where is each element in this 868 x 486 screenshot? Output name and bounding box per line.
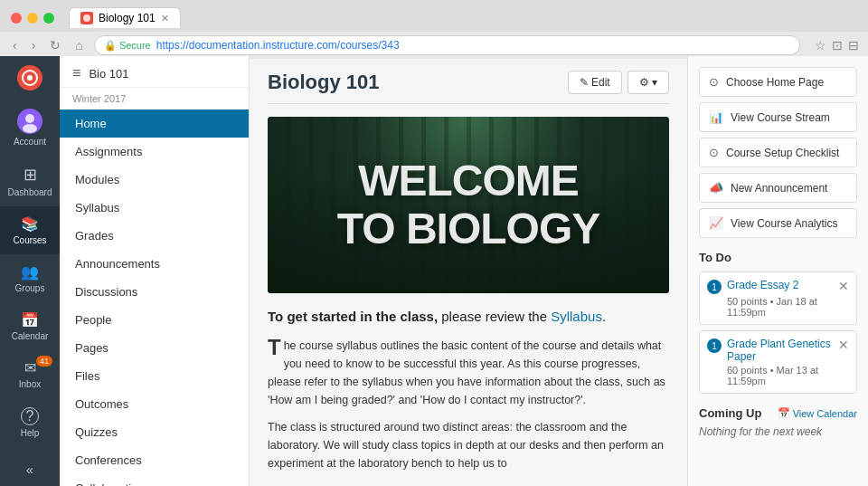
address-bar[interactable]: 🔒 Secure https://documentation.instructu… [94, 35, 800, 55]
inbox-icon: ✉ [24, 359, 36, 376]
course-body-paragraph1: T he course syllabus outlines the basic … [268, 337, 669, 409]
todo-item-plant-genetics: 1 Grade Plant Genetics Paper ✕ 60 points… [699, 330, 857, 394]
security-indicator: 🔒 Secure [104, 40, 151, 52]
home-page-icon: ⊙ [709, 75, 719, 89]
todo-item-title-1[interactable]: Grade Essay 2 [727, 279, 833, 291]
global-nav-help[interactable]: ? Help [0, 398, 60, 447]
sidebar-item-grades-label: Grades [75, 229, 114, 243]
sidebar-item-assignments-label: Assignments [75, 145, 142, 158]
sidebar-item-discussions-label: Discussions [75, 285, 137, 299]
inbox-label: Inbox [19, 379, 41, 389]
content-area: Biology 101 ✎ Edit ⚙ ▾ WELCOME TO BIOLOG… [250, 56, 687, 486]
sidebar-item-syllabus[interactable]: Syllabus [60, 194, 249, 222]
courses-icon: 📚 [21, 215, 39, 233]
courses-label: Courses [13, 235, 46, 245]
course-sidebar-header: ≡ Bio 101 [60, 56, 249, 88]
page-title: Biology 101 [268, 71, 379, 94]
edit-button[interactable]: ✎ Edit [568, 71, 622, 94]
extensions-button[interactable]: ⊟ [848, 38, 859, 52]
sidebar-item-announcements[interactable]: Announcements [60, 250, 249, 278]
sidebar-item-modules[interactable]: Modules [60, 166, 249, 194]
sidebar-item-pages-label: Pages [75, 341, 108, 355]
todo-item-header-2: 1 Grade Plant Genetics Paper ✕ [707, 338, 849, 363]
sidebar-item-files[interactable]: Files [60, 362, 249, 390]
right-sidebar: ⊙ Choose Home Page 📊 View Course Stream … [687, 56, 868, 486]
view-calendar-link[interactable]: 📅 View Calendar [778, 407, 857, 419]
sidebar-item-conferences[interactable]: Conferences [60, 446, 249, 474]
svg-point-2 [27, 75, 33, 81]
global-nav-dashboard[interactable]: ⊞ Dashboard [0, 156, 60, 206]
sidebar-item-home[interactable]: Home [60, 110, 249, 138]
intro-normal: please review the [441, 309, 551, 324]
course-intro: To get started in the class, please revi… [268, 306, 669, 472]
back-button[interactable]: ‹ [9, 36, 21, 54]
window-close-dot[interactable] [11, 13, 22, 24]
groups-icon: 👥 [21, 263, 39, 281]
todo-item-header: 1 Grade Essay 2 ✕ [707, 279, 849, 294]
sidebar-item-assignments[interactable]: Assignments [60, 138, 249, 166]
tab-favicon [80, 12, 93, 24]
sidebar-item-discussions[interactable]: Discussions [60, 278, 249, 306]
calendar-small-icon: 📅 [778, 407, 790, 419]
bookmark-button[interactable]: ☆ [815, 38, 826, 52]
view-course-analytics-button[interactable]: 📈 View Course Analytics [699, 208, 857, 238]
course-setup-checklist-button[interactable]: ⊙ Course Setup Checklist [699, 138, 857, 167]
sidebar-item-outcomes[interactable]: Outcomes [60, 390, 249, 418]
groups-label: Groups [15, 283, 45, 293]
tab-close-button[interactable]: ✕ [161, 13, 169, 24]
sidebar-item-grades[interactable]: Grades [60, 222, 249, 250]
sidebar-item-people[interactable]: People [60, 306, 249, 334]
global-nav: Account ⊞ Dashboard 📚 Courses 👥 Groups 📅… [0, 56, 60, 486]
sidebar-item-home-label: Home [75, 117, 107, 130]
global-nav-logo[interactable] [0, 56, 60, 100]
forward-button[interactable]: › [28, 36, 40, 54]
home-button[interactable]: ⌂ [71, 36, 86, 54]
global-nav-collapse[interactable]: « [0, 453, 60, 486]
tab-title: Biology 101 [99, 12, 156, 24]
svg-point-0 [83, 14, 90, 22]
browser-nav-bar: ‹ › ↻ ⌂ 🔒 Secure https://documentation.i… [0, 32, 868, 59]
global-nav-courses[interactable]: 📚 Courses [0, 206, 60, 254]
global-nav-account[interactable]: Account [0, 100, 60, 156]
syllabus-link[interactable]: Syllabus [551, 309, 602, 324]
todo-item-close-1[interactable]: ✕ [838, 279, 849, 293]
sidebar-item-collaborations[interactable]: Collaborations [60, 474, 249, 486]
sidebar-item-pages[interactable]: Pages [60, 334, 249, 362]
global-nav-calendar[interactable]: 📅 Calendar [0, 302, 60, 350]
window-minimize-dot[interactable] [27, 13, 38, 24]
course-body-paragraph2: The class is structured around two disti… [268, 418, 669, 472]
todo-section: To Do 1 Grade Essay 2 ✕ 50 points • Jan … [699, 251, 857, 394]
todo-item-close-2[interactable]: ✕ [838, 338, 849, 352]
hamburger-icon[interactable]: ≡ [72, 65, 80, 81]
window-maximize-dot[interactable] [43, 13, 54, 24]
hero-image: WELCOME TO BIOLOGY [268, 117, 669, 293]
sidebar-item-files-label: Files [75, 369, 99, 383]
sidebar-item-quizzes[interactable]: Quizzes [60, 418, 249, 446]
gear-button[interactable]: ⚙ ▾ [627, 71, 669, 94]
address-actions: ☆ ⊡ ⊟ [815, 38, 859, 52]
svg-point-4 [23, 124, 37, 133]
new-announcement-button[interactable]: 📣 New Announcement [699, 173, 857, 203]
global-nav-inbox[interactable]: ✉ Inbox 41 [0, 350, 60, 398]
browser-tab[interactable]: Biology 101 ✕ [69, 7, 181, 28]
sidebar-item-collaborations-label: Collaborations [75, 481, 150, 486]
course-sidebar-nav: Winter 2017 Home Assignments Modules Syl… [60, 88, 249, 486]
course-term: Winter 2017 [60, 88, 249, 110]
sidebar-item-announcements-label: Announcements [75, 257, 160, 271]
sidebar-item-people-label: People [75, 313, 111, 327]
checklist-icon: ⊙ [709, 146, 719, 159]
view-course-stream-label: View Course Stream [731, 111, 830, 124]
course-intro-heading: To get started in the class, please revi… [268, 306, 669, 328]
coming-up-empty: Nothing for the next week [699, 425, 857, 438]
coming-up-header: Coming Up 📅 View Calendar [699, 406, 857, 420]
refresh-button[interactable]: ↻ [46, 36, 64, 54]
paragraph1-text: he course syllabus outlines the basic co… [268, 339, 665, 406]
view-course-stream-button[interactable]: 📊 View Course Stream [699, 102, 857, 132]
page-header: Biology 101 ✎ Edit ⚙ ▾ [268, 71, 669, 104]
view-course-analytics-label: View Course Analytics [731, 217, 838, 230]
choose-home-page-button[interactable]: ⊙ Choose Home Page [699, 67, 857, 97]
global-nav-groups[interactable]: 👥 Groups [0, 254, 60, 302]
account-label: Account [14, 137, 46, 147]
reader-view-button[interactable]: ⊡ [832, 38, 843, 52]
todo-item-title-2[interactable]: Grade Plant Genetics Paper [727, 338, 833, 363]
